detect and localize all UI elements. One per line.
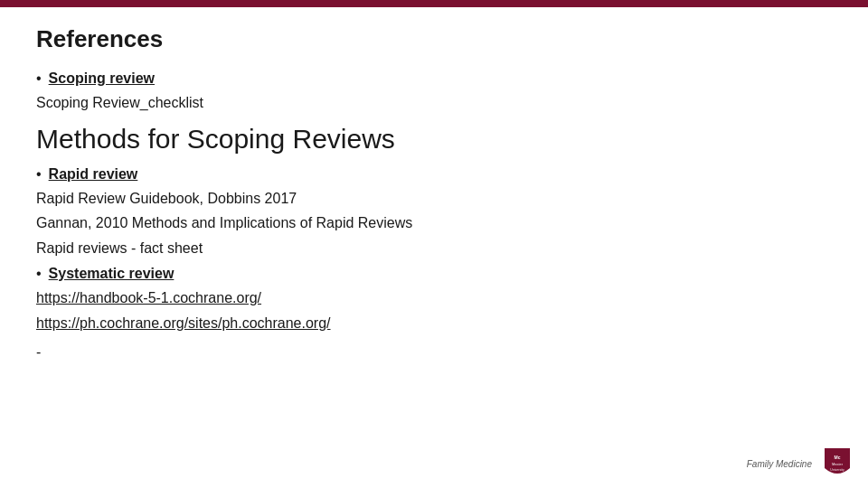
scoping-review-checklist: Scoping Review_checklist xyxy=(36,91,832,115)
svg-text:Mc: Mc xyxy=(835,455,841,460)
cochrane-url-1[interactable]: https://handbook-5-1.cochrane.org/ xyxy=(36,286,832,310)
rapid-review-line-2: Gannan, 2010 Methods and Implications of… xyxy=(36,211,832,235)
page-title: References xyxy=(36,25,832,53)
svg-text:University: University xyxy=(830,468,844,472)
footer: Family Medicine Mc Master University xyxy=(747,448,850,479)
dash-line: - xyxy=(36,344,832,361)
scoping-review-link[interactable]: Scoping review xyxy=(49,68,155,89)
bullet-dot-3: • xyxy=(36,263,42,285)
family-medicine-label: Family Medicine xyxy=(747,459,812,469)
rapid-review-bullet: • Rapid review xyxy=(36,164,832,185)
systematic-review-bullet: • Systematic review xyxy=(36,263,832,285)
rapid-review-line-3: Rapid reviews - fact sheet xyxy=(36,237,832,260)
rapid-review-line-1: Rapid Review Guidebook, Dobbins 2017 xyxy=(36,187,832,211)
cochrane-url-2[interactable]: https://ph.cochrane.org/sites/ph.cochran… xyxy=(36,312,832,335)
rapid-review-link[interactable]: Rapid review xyxy=(49,164,138,185)
top-bar xyxy=(0,0,868,7)
bullet-dot-1: • xyxy=(36,68,42,89)
bullet-dot-2: • xyxy=(36,164,42,185)
svg-text:Master: Master xyxy=(832,462,844,466)
scoping-review-bullet: • Scoping review xyxy=(36,68,832,89)
mcmaster-shield-icon: Mc Master University xyxy=(825,448,850,479)
methods-heading: Methods for Scoping Reviews xyxy=(36,124,832,155)
systematic-review-link[interactable]: Systematic review xyxy=(49,263,175,285)
logo-area: Mc Master University xyxy=(825,448,850,479)
main-content: References • Scoping review Scoping Revi… xyxy=(0,7,868,379)
